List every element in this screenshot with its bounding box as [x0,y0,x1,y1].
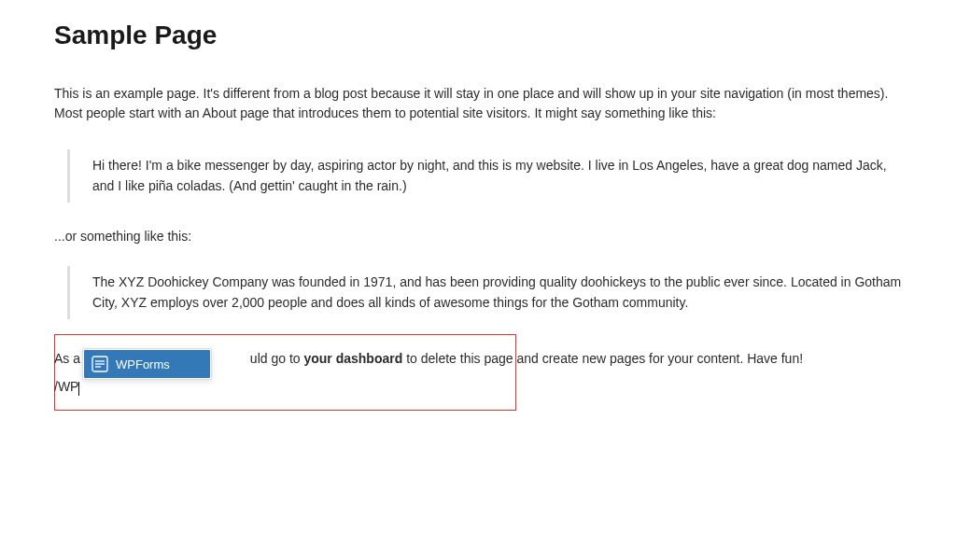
final-mid: uld go to [250,351,304,366]
slash-command-line[interactable]: /WP [54,379,79,394]
block-inserter-dropdown: WPForms [82,348,212,380]
dashboard-link[interactable]: your dashboard [303,351,402,366]
blockquote-1[interactable]: Hi there! I'm a bike messenger by day, a… [67,149,902,203]
form-icon [91,356,108,372]
blockquote-1-text: Hi there! I'm a bike messenger by day, a… [92,158,887,193]
text-cursor [78,382,79,396]
intro-paragraph[interactable]: This is an example page. It's different … [54,84,902,123]
wpforms-label: WPForms [116,357,170,371]
blockquote-2[interactable]: The XYZ Doohickey Company was founded in… [67,266,902,319]
typed-text: /WP [54,379,78,394]
final-prefix: As a [54,351,84,366]
blockquote-2-text: The XYZ Doohickey Company was founded in… [92,274,901,310]
final-suffix: to delete this page and create new pages… [402,351,803,366]
page-title: Sample Page [54,21,902,50]
wpforms-block-option[interactable]: WPForms [84,350,210,378]
mid-line[interactable]: ...or something like this: [54,229,902,244]
